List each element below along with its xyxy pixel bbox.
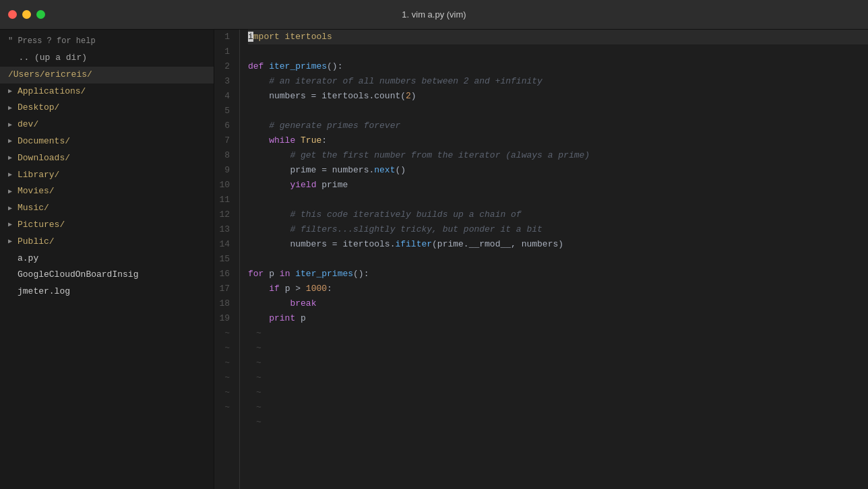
sidebar-item-applications[interactable]: ▶ Applications/ (0, 84, 214, 100)
sidebar-item-downloads[interactable]: ▶ Downloads/ (0, 150, 214, 167)
maximize-button[interactable] (36, 10, 45, 19)
sidebar-item-label: /Users/ericreis/ (8, 68, 92, 82)
line-num-tilde2: ~ (214, 341, 234, 356)
code-line-12: # this code iteratively builds up a chai… (248, 207, 868, 222)
arrow-icon: ▶ (8, 187, 15, 197)
line-num-8: 8 (214, 148, 234, 163)
sidebar-item-label: Applications/ (18, 85, 86, 99)
code-line-5 (248, 104, 868, 119)
line-num-tilde6: ~ (214, 400, 234, 415)
arrow-icon: ▶ (8, 203, 15, 214)
line-num-17: 17 (214, 282, 234, 296)
sidebar-item-label: dev/ (18, 118, 38, 132)
code-line-3: # an iterator of all numbers between 2 a… (248, 74, 868, 89)
arrow-icon: ▶ (8, 103, 15, 114)
code-line-4: numbers = itertools.count(2) (248, 89, 868, 104)
sidebar-item-documents[interactable]: ▶ Documents/ (0, 133, 214, 150)
code-line-7: while True: (248, 133, 868, 148)
sidebar-item-jmeter-log[interactable]: jmeter.log (0, 284, 214, 300)
line-num-tilde1: ~ (214, 326, 234, 341)
line-num-12: 12 (214, 207, 234, 222)
tilde-line-7: ~ (248, 415, 868, 430)
sidebar-item-parent-dir[interactable]: .. (up a dir) (0, 50, 214, 67)
titlebar: 1. vim a.py (vim) (0, 0, 868, 30)
sidebar-item-label: Movies/ (18, 185, 55, 199)
code-line-1: import itertools (248, 30, 868, 44)
tilde-line-3: ~ (248, 356, 868, 370)
code-line-11 (248, 193, 868, 207)
tilde-line-2: ~ (248, 341, 868, 356)
line-num-tilde5: ~ (214, 385, 234, 400)
window-title: 1. vim a.py (vim) (402, 9, 466, 20)
line-num-15: 15 (214, 252, 234, 267)
sidebar-item-pictures[interactable]: ▶ Pictures/ (0, 217, 214, 234)
line-num-18: 18 (214, 296, 234, 311)
code-line-9: prime = numbers.next() (248, 163, 868, 178)
line-num-2: 2 (214, 59, 234, 74)
tilde-line-5: ~ (248, 385, 868, 400)
line-num-6: 6 (214, 119, 234, 133)
line-num-4: 4 (214, 89, 234, 104)
code-line-19: print p (248, 311, 868, 326)
sidebar-item-label: Desktop/ (18, 101, 59, 115)
line-num-10: 10 (214, 178, 234, 193)
sidebar-item-label: jmeter.log (8, 285, 70, 299)
line-num-19: 19 (214, 311, 234, 326)
line-num-blank-1: 1 (214, 44, 234, 59)
line-num-13: 13 (214, 222, 234, 237)
code-editor[interactable]: 1 1 2 3 4 5 6 7 8 9 10 11 12 13 14 15 16… (214, 30, 868, 489)
code-line-16: for p in iter_primes(): (248, 267, 868, 282)
main-layout: " Press ? for help .. (up a dir) /Users/… (0, 30, 868, 489)
arrow-icon: ▶ (8, 170, 15, 181)
line-num-9: 9 (214, 163, 234, 178)
sidebar-item-a-py[interactable]: a.py (0, 251, 214, 267)
sidebar-item-label: Music/ (18, 201, 49, 216)
line-num-1: 1 (214, 30, 234, 44)
sidebar: " Press ? for help .. (up a dir) /Users/… (0, 30, 214, 489)
sidebar-item-dev[interactable]: ▶ dev/ (0, 117, 214, 133)
sidebar-item-desktop[interactable]: ▶ Desktop/ (0, 100, 214, 117)
sidebar-item-label: GoogleCloudOnBoardInsig (8, 268, 138, 282)
sidebar-item-label: Public/ (18, 235, 55, 249)
arrow-icon: ▶ (8, 86, 15, 97)
sidebar-item-movies[interactable]: ▶ Movies/ (0, 183, 214, 200)
sidebar-item-label: Documents/ (18, 135, 70, 149)
code-content[interactable]: import itertools def iter_primes(): # an… (240, 30, 868, 489)
code-line-15 (248, 252, 868, 267)
sidebar-item-google-cloud[interactable]: GoogleCloudOnBoardInsig (0, 267, 214, 284)
tilde-line-4: ~ (248, 370, 868, 385)
code-line-6: # generate primes forever (248, 119, 868, 133)
sidebar-item-current-dir[interactable]: /Users/ericreis/ (0, 67, 214, 84)
minimize-button[interactable] (22, 10, 31, 19)
close-button[interactable] (8, 10, 17, 19)
line-num-14: 14 (214, 237, 234, 252)
tilde-line-1: ~ (248, 326, 868, 341)
sidebar-item-label: Library/ (18, 168, 59, 183)
arrow-icon: ▶ (8, 236, 15, 247)
code-line-13: # filters...slightly tricky, but ponder … (248, 222, 868, 237)
code-line-18: break (248, 296, 868, 311)
arrow-icon: ▶ (8, 220, 15, 230)
line-num-7: 7 (214, 133, 234, 148)
sidebar-item-public[interactable]: ▶ Public/ (0, 234, 214, 251)
sidebar-item-label: Downloads/ (18, 152, 70, 166)
sidebar-header: " Press ? for help (0, 32, 214, 50)
code-line-2: def iter_primes(): (248, 59, 868, 74)
code-line-14: numbers = itertools.ifilter(prime.__rmod… (248, 237, 868, 252)
line-num-5: 5 (214, 104, 234, 119)
line-num-16: 16 (214, 267, 234, 282)
line-num-11: 11 (214, 193, 234, 207)
arrow-icon: ▶ (8, 120, 15, 131)
line-num-3: 3 (214, 74, 234, 89)
code-line-10: yield prime (248, 178, 868, 193)
arrow-icon: ▶ (8, 136, 15, 147)
line-numbers: 1 1 2 3 4 5 6 7 8 9 10 11 12 13 14 15 16… (214, 30, 240, 489)
code-line-8: # get the first number from the iterator… (248, 148, 868, 163)
tilde-line-6: ~ (248, 400, 868, 415)
sidebar-item-label: Pictures/ (18, 218, 65, 232)
code-line-blank (248, 44, 868, 59)
sidebar-item-library[interactable]: ▶ Library/ (0, 167, 214, 184)
sidebar-item-music[interactable]: ▶ Music/ (0, 200, 214, 217)
sidebar-item-label: a.py (8, 252, 38, 266)
line-num-tilde4: ~ (214, 370, 234, 385)
